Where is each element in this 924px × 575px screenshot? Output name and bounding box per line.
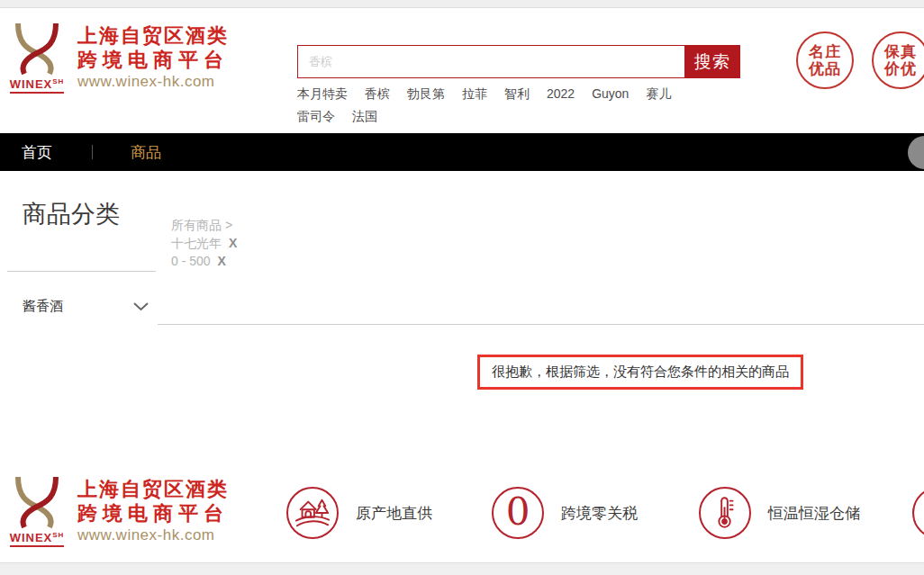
footer-logo[interactable]: WINEXSH 上海自贸区酒类 跨境电商平台 www.winex-hk.com	[7, 475, 229, 547]
feature-origin-supply: 原产地直供	[286, 487, 432, 539]
hot-keyword[interactable]: Guyon	[592, 86, 629, 103]
hot-keyword[interactable]: 勃艮第	[407, 86, 445, 103]
filter-tag: 十七光年 X	[171, 234, 237, 252]
nav-item-home[interactable]: 首页	[22, 142, 52, 163]
feature-label: 跨境零关税	[561, 503, 638, 524]
search-input[interactable]	[298, 46, 684, 77]
logo-title-line1: 上海自贸区酒类	[77, 23, 229, 48]
header-logo[interactable]: WINEXSH 上海自贸区酒类 跨境电商平台 www.winex-hk.com	[7, 22, 229, 94]
content-divider	[158, 324, 924, 325]
floating-widget-button[interactable]	[908, 136, 924, 169]
logo-title-line1: 上海自贸区酒类	[77, 477, 229, 501]
logo-title-line2: 跨境电商平台	[77, 501, 229, 526]
logo-text: 上海自贸区酒类 跨境电商平台 www.winex-hk.com	[77, 22, 229, 91]
logo-title-line2: 跨境电商平台	[77, 48, 229, 72]
badge-line: 价优	[884, 60, 917, 77]
top-strip	[0, 0, 924, 8]
sidebar-divider	[7, 271, 156, 272]
bottom-strip	[0, 562, 924, 575]
search-button[interactable]: 搜索	[684, 45, 740, 78]
winex-logo-icon: WINEXSH	[7, 475, 67, 547]
badge-line: 优品	[809, 60, 841, 77]
filter-remove-button[interactable]: X	[218, 252, 226, 270]
hot-keyword[interactable]: 拉菲	[462, 86, 487, 103]
nav-divider	[92, 145, 93, 159]
logo-brand-text: WINEXSH	[10, 76, 65, 94]
badge-famous-estate: 名庄 优品	[796, 31, 854, 89]
search-box: 搜索	[297, 45, 740, 78]
chevron-down-icon	[133, 302, 149, 311]
logo-text: 上海自贸区酒类 跨境电商平台 www.winex-hk.com	[77, 475, 229, 544]
badge-authentic-price: 保真 价优	[872, 31, 924, 89]
logo-website: www.winex-hk.com	[77, 73, 229, 91]
filter-panel: 所有商品 > 十七光年 X 0 - 500 X	[171, 216, 237, 270]
thermometer-icon	[699, 487, 751, 539]
filter-tag: 0 - 500 X	[171, 252, 237, 270]
hot-keyword[interactable]: 本月特卖	[297, 86, 348, 103]
clipped-circle-icon	[912, 487, 924, 539]
feature-label: 恒温恒湿仓储	[768, 503, 860, 524]
page: WINEXSH 上海自贸区酒类 跨境电商平台 www.winex-hk.com …	[0, 0, 924, 575]
feature-label: 原产地直供	[356, 503, 432, 524]
filter-tag-label: 0 - 500	[171, 252, 211, 270]
feature-storage: 恒温恒湿仓储	[699, 487, 860, 539]
farm-icon	[286, 487, 339, 539]
sidebar-category-jiangxiang[interactable]: 酱香酒	[23, 298, 149, 315]
filter-tag-label: 十七光年	[171, 234, 222, 252]
hot-keyword[interactable]: 法国	[352, 109, 377, 125]
wine-glass-icon	[9, 475, 65, 529]
hot-keyword[interactable]: 智利	[504, 86, 530, 103]
hot-keyword[interactable]: 香槟	[365, 86, 390, 103]
breadcrumb[interactable]: 所有商品 >	[171, 216, 237, 234]
badge-line: 保真	[884, 43, 917, 60]
hot-keywords-row2: 雷司令 法国	[297, 109, 742, 125]
hot-keyword[interactable]: 2022	[547, 86, 575, 103]
empty-results-message: 很抱歉，根据筛选，没有符合您条件的相关的商品	[477, 355, 803, 390]
logo-brand-text: WINEXSH	[10, 529, 65, 547]
hot-keyword[interactable]: 雷司令	[297, 109, 335, 125]
main-nav: 首页 商品	[0, 133, 924, 171]
search-area: 搜索 本月特卖 香槟 勃艮第 拉菲 智利 2022 Guyon 赛儿 雷司令 法…	[297, 45, 742, 125]
feature-clipped	[912, 487, 924, 539]
wine-glass-icon	[9, 22, 65, 76]
sidebar-title: 商品分类	[23, 198, 120, 230]
badge-line: 名庄	[809, 43, 841, 60]
hot-keyword[interactable]: 赛儿	[646, 86, 671, 103]
category-label: 酱香酒	[23, 298, 63, 315]
hot-keywords-row1: 本月特卖 香槟 勃艮第 拉菲 智利 2022 Guyon 赛儿	[297, 86, 742, 103]
filter-remove-button[interactable]: X	[229, 234, 237, 252]
zero-icon: 0	[492, 487, 544, 539]
logo-website: www.winex-hk.com	[77, 526, 229, 544]
nav-item-products[interactable]: 商品	[131, 142, 161, 163]
winex-logo-icon: WINEXSH	[7, 22, 67, 94]
feature-zero-tariff: 0 跨境零关税	[492, 487, 638, 539]
